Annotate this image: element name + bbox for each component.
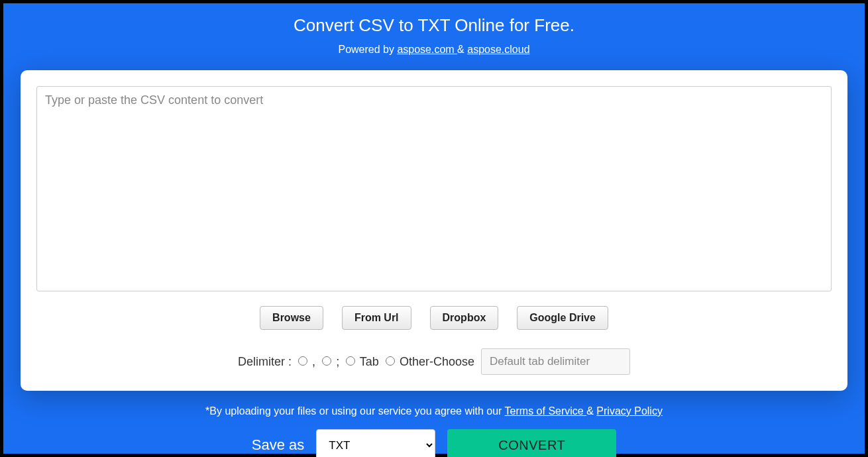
disclaimer: *By uploading your files or using our se… — [205, 405, 663, 417]
delimiter-radio-tab[interactable] — [346, 356, 355, 366]
from-url-button[interactable]: From Url — [342, 306, 411, 330]
delimiter-option-tab: Tab — [346, 355, 379, 369]
delimiter-custom-input[interactable] — [481, 348, 630, 375]
save-row: Save as TXT CONVERT — [252, 429, 617, 457]
delimiter-option-semicolon: ; — [322, 355, 339, 369]
dropbox-button[interactable]: Dropbox — [430, 306, 499, 330]
delimiter-comma-text: , — [312, 355, 315, 368]
delimiter-tab-text: Tab — [360, 355, 379, 368]
convert-button[interactable]: CONVERT — [447, 429, 616, 457]
browse-button[interactable]: Browse — [260, 306, 323, 330]
csv-content-textarea[interactable] — [36, 86, 832, 291]
aspose-cloud-link[interactable]: aspose.cloud — [467, 44, 529, 55]
subtitle-amp: & — [457, 44, 467, 55]
page-subtitle: Powered by aspose.com & aspose.cloud — [338, 44, 529, 56]
delimiter-option-other: Other-Choose — [386, 355, 474, 369]
delimiter-row: Delimiter : , ; Tab Other-Choose — [238, 348, 630, 375]
page-container: Convert CSV to TXT Online for Free. Powe… — [3, 3, 865, 454]
terms-of-service-link[interactable]: Terms of Service — [505, 405, 587, 417]
disclaimer-prefix: *By uploading your files or using our se… — [205, 405, 505, 417]
format-select[interactable]: TXT — [316, 429, 435, 457]
delimiter-other-text: Other-Choose — [400, 355, 474, 368]
main-card: Browse From Url Dropbox Google Drive Del… — [21, 70, 847, 391]
file-source-row: Browse From Url Dropbox Google Drive — [260, 306, 608, 330]
google-drive-button[interactable]: Google Drive — [517, 306, 608, 330]
aspose-com-link[interactable]: aspose.com — [397, 44, 457, 55]
save-as-label: Save as — [252, 436, 305, 454]
page-title: Convert CSV to TXT Online for Free. — [294, 15, 574, 36]
subtitle-prefix: Powered by — [338, 44, 397, 55]
privacy-policy-link[interactable]: Privacy Policy — [596, 405, 663, 417]
delimiter-label: Delimiter : — [238, 355, 292, 369]
disclaimer-amp: & — [586, 405, 596, 417]
delimiter-radio-semicolon[interactable] — [322, 356, 331, 366]
delimiter-option-comma: , — [298, 355, 315, 369]
delimiter-radio-other[interactable] — [386, 356, 395, 366]
delimiter-radio-comma[interactable] — [298, 356, 307, 366]
delimiter-semicolon-text: ; — [336, 355, 339, 368]
